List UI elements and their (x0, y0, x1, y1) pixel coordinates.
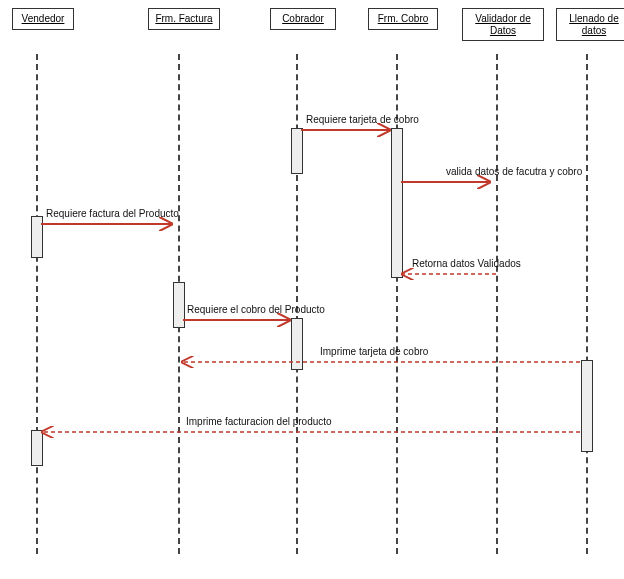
label-imprime-tarjeta: Imprime tarjeta de cobro (320, 346, 428, 357)
label-requiere-tarjeta: Requiere tarjeta de cobro (306, 114, 419, 125)
label-requiere-cobro: Requiere el cobro del Producto (187, 304, 325, 315)
label-valida-datos: valida datos de facutra y cobro (446, 166, 582, 177)
label-retorna-datos: Retorna datos Validados (412, 258, 521, 269)
label-requiere-factura: Requiere factura del Producto (46, 208, 179, 219)
label-imprime-facturacion: Imprime facturacion del producto (186, 416, 332, 427)
